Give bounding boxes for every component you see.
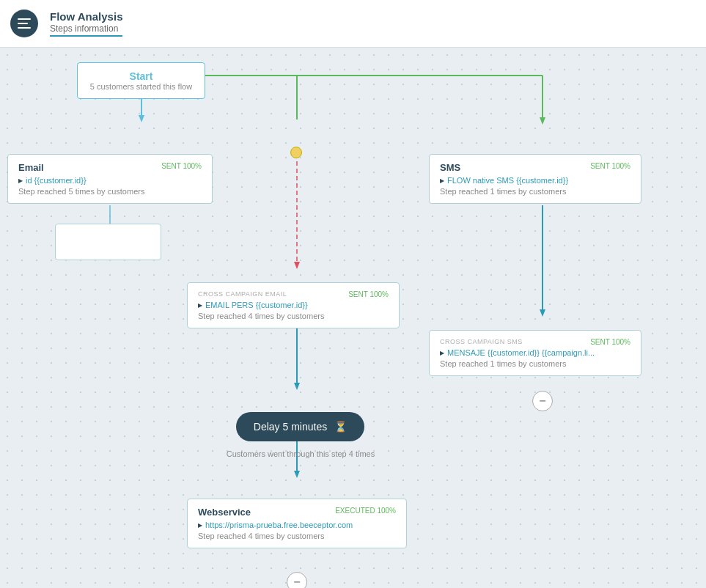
- app-icon: [10, 10, 38, 37]
- email-stat: Step reached 5 times by customers: [18, 187, 202, 196]
- ccs-status: SENT 100%: [590, 338, 630, 346]
- hamburger-icon: [18, 18, 31, 29]
- cce-link[interactable]: EMAIL PERS {{customer.id}}: [198, 301, 389, 309]
- delay-label: Delay 5 minutes: [254, 421, 327, 433]
- start-label: Start: [85, 70, 197, 82]
- page-header: Flow Analysis Steps information: [0, 0, 706, 48]
- svg-marker-1: [139, 115, 144, 122]
- start-node: Start 5 customers started this flow: [77, 62, 205, 99]
- minus-icon: −: [539, 394, 545, 408]
- email-node[interactable]: SENT 100% Email id {{customer.id}} Step …: [7, 154, 213, 204]
- sms-stat: Step reached 1 times by customers: [440, 187, 630, 196]
- email-link[interactable]: id {{customer.id}}: [18, 176, 202, 185]
- sms-node[interactable]: SENT 100% SMS FLOW native SMS {{customer…: [429, 154, 641, 204]
- hourglass-icon: ⏳: [334, 421, 347, 433]
- header-tab: Flow Analysis Steps information: [50, 10, 122, 37]
- cross-campaign-sms-node[interactable]: SENT 100% CROSS CAMPAIGN SMS MENSAJE {{c…: [429, 330, 641, 376]
- svg-marker-8: [294, 262, 300, 269]
- delay-stat: Customers went through this step 4 times: [205, 449, 396, 458]
- svg-marker-15: [540, 309, 545, 317]
- delay-node[interactable]: Delay 5 minutes ⏳: [236, 412, 364, 441]
- collapse-bottom-button[interactable]: −: [287, 572, 307, 588]
- sms-status: SENT 100%: [590, 162, 630, 170]
- collapse-sms-button[interactable]: −: [532, 391, 553, 411]
- cce-status: SENT 100%: [348, 290, 389, 298]
- svg-marker-13: [294, 471, 300, 478]
- branch-circle: [290, 147, 302, 158]
- ccs-link[interactable]: MENSAJE {{customer.id}} {{campaign.li...: [440, 348, 630, 357]
- sms-link[interactable]: FLOW native SMS {{customer.id}}: [440, 176, 630, 185]
- webservice-node[interactable]: EXECUTED 100% Webservice https://prisma-…: [187, 499, 407, 548]
- page-subtitle: Steps information: [50, 23, 122, 34]
- webservice-link[interactable]: https://prisma-prueba.free.beeceptor.com: [198, 521, 396, 529]
- email-placeholder-box: [55, 224, 161, 260]
- minus-icon-bottom: −: [293, 576, 300, 588]
- svg-marker-11: [294, 383, 300, 390]
- webservice-status: EXECUTED 100%: [335, 507, 396, 515]
- webservice-stat: Step reached 4 times by customers: [198, 532, 396, 540]
- svg-marker-6: [540, 117, 545, 125]
- email-status: SENT 100%: [161, 162, 202, 170]
- start-stat: 5 customers started this flow: [85, 82, 197, 91]
- cross-campaign-email-node[interactable]: SENT 100% CROSS CAMPAIGN EMAIL EMAIL PER…: [187, 282, 400, 328]
- page-title: Flow Analysis: [50, 10, 122, 23]
- ccs-stat: Step reached 1 times by customers: [440, 359, 630, 368]
- cce-stat: Step reached 4 times by customers: [198, 312, 389, 320]
- flow-canvas: Start 5 customers started this flow SENT…: [0, 48, 706, 588]
